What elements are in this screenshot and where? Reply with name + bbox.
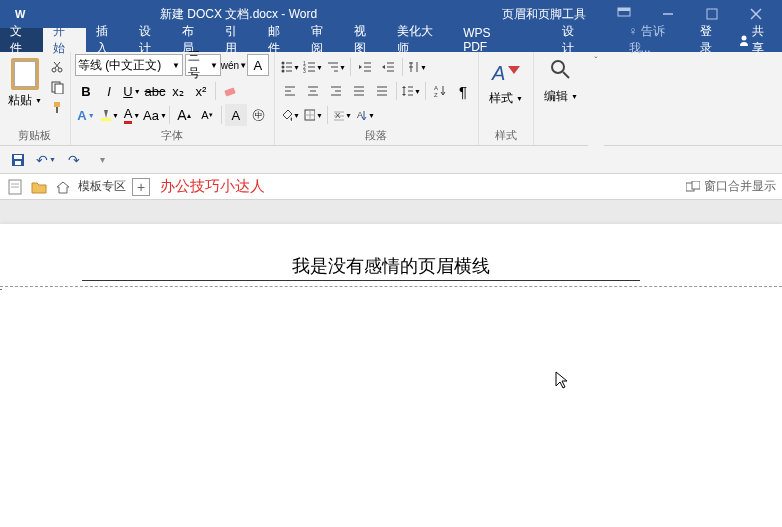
svg-rect-81	[692, 181, 700, 189]
numbering-button[interactable]: 123▼	[302, 56, 324, 78]
svg-rect-15	[54, 102, 60, 107]
enclose-char-button[interactable]: ㊥	[248, 104, 270, 126]
svg-point-19	[281, 62, 284, 65]
header-text[interactable]: 我是没有感情的页眉横线	[0, 254, 782, 278]
page[interactable]: 我是没有感情的页眉横线	[0, 224, 782, 527]
paste-button[interactable]: 粘贴▼	[4, 54, 46, 116]
doc-icon[interactable]	[6, 178, 24, 196]
decrease-indent-button[interactable]	[354, 56, 376, 78]
folder-icon[interactable]	[30, 178, 48, 196]
person-icon	[738, 34, 749, 46]
clear-formatting-button[interactable]	[219, 80, 241, 102]
tab-wps[interactable]: WPS PDF	[453, 28, 525, 52]
increase-indent-button[interactable]	[377, 56, 399, 78]
align-right-button[interactable]	[325, 80, 347, 102]
login-button[interactable]: 登录	[692, 23, 731, 57]
windows-icon	[686, 181, 700, 193]
group-clipboard: 粘贴▼ 剪贴板	[0, 52, 71, 145]
group-styles: A 样式▼ 样式	[479, 52, 534, 145]
document-area[interactable]: 我是没有感情的页眉横线	[0, 200, 782, 527]
shrink-font-button[interactable]: A▾	[196, 104, 218, 126]
tab-references[interactable]: 引用	[215, 28, 258, 52]
merge-windows-button[interactable]: 窗口合并显示	[686, 178, 776, 195]
char-spacing-button[interactable]: Aa▼	[144, 104, 166, 126]
mouse-cursor-icon	[554, 370, 570, 390]
svg-rect-75	[14, 155, 22, 159]
template-zone-button[interactable]: 模板专区	[78, 178, 126, 195]
highlight-button[interactable]: ▼	[98, 104, 120, 126]
bullets-button[interactable]: ▼	[279, 56, 301, 78]
grow-font-button[interactable]: A▴	[173, 104, 195, 126]
tab-hf-design[interactable]: 设计	[526, 28, 621, 52]
phonetic-guide-button[interactable]: wén▼	[223, 54, 245, 76]
tab-file[interactable]: 文件	[0, 28, 43, 52]
add-tab-button[interactable]: +	[132, 178, 150, 196]
svg-line-12	[54, 62, 59, 68]
tab-insert[interactable]: 插入	[86, 28, 129, 52]
justify-button[interactable]	[348, 80, 370, 102]
align-center-button[interactable]	[302, 80, 324, 102]
italic-button[interactable]: I	[98, 80, 120, 102]
distribute-button[interactable]	[371, 80, 393, 102]
header-underline	[82, 280, 640, 281]
cut-button[interactable]	[48, 58, 66, 76]
font-size-select[interactable]: 三号▼	[185, 54, 221, 76]
tab-review[interactable]: 审阅	[301, 28, 344, 52]
strikethrough-button[interactable]: abc	[144, 80, 166, 102]
group-label-font: 字体	[75, 126, 270, 145]
borders-button[interactable]: ▼	[302, 104, 324, 126]
editing-button[interactable]: 编辑▼	[538, 54, 584, 109]
text-effects-button[interactable]: A▼	[75, 104, 97, 126]
character-border-button[interactable]: A	[247, 54, 269, 76]
home-icon[interactable]	[54, 178, 72, 196]
svg-rect-76	[15, 161, 21, 165]
font-name-select[interactable]: 等线 (中文正文)▼	[75, 54, 183, 76]
redo-button[interactable]: ↷	[62, 148, 86, 172]
collapse-ribbon-button[interactable]: ˇ	[588, 52, 604, 146]
svg-point-8	[742, 36, 747, 41]
line-spacing-button[interactable]: ▼	[400, 80, 422, 102]
group-editing: 编辑▼	[534, 52, 588, 145]
svg-rect-3	[618, 8, 630, 11]
subscript-button[interactable]: x₂	[167, 80, 189, 102]
asian-layout-button[interactable]: ▼	[406, 56, 428, 78]
save-button[interactable]	[6, 148, 30, 172]
format-painter-button[interactable]	[48, 98, 66, 116]
group-font: 等线 (中文正文)▼ 三号▼ wén▼ A B I U▼ abc x₂ x² A…	[71, 52, 275, 145]
svg-line-73	[563, 72, 569, 78]
svg-rect-16	[56, 107, 58, 113]
align-left-button[interactable]	[279, 80, 301, 102]
show-marks-button[interactable]: ¶	[452, 80, 474, 102]
superscript-button[interactable]: x²	[190, 80, 212, 102]
bold-button[interactable]: B	[75, 80, 97, 102]
styles-button[interactable]: A 样式▼	[483, 54, 529, 111]
svg-rect-5	[707, 9, 717, 19]
char-shading-button[interactable]: A	[225, 104, 247, 126]
share-button[interactable]: 共享	[730, 23, 782, 57]
text-direction-button[interactable]: A▼	[354, 104, 376, 126]
multilevel-list-button[interactable]: ▼	[325, 56, 347, 78]
undo-button[interactable]: ↶▼	[34, 148, 58, 172]
group-label-styles: 样式	[483, 126, 529, 145]
svg-text:A: A	[357, 110, 363, 120]
qat-customize-button[interactable]: ▾	[90, 148, 114, 172]
svg-point-21	[281, 66, 284, 69]
copy-button[interactable]	[48, 78, 66, 96]
scissors-icon	[50, 60, 64, 74]
font-color-button[interactable]: A▼	[121, 104, 143, 126]
group-paragraph: ▼ 123▼ ▼ ▼ ▼ AZ ¶ ▼ ▼ X▼ A▼	[275, 52, 479, 145]
brush-icon	[50, 100, 64, 114]
copy-icon	[50, 80, 64, 94]
tab-design[interactable]: 设计	[129, 28, 172, 52]
save-icon	[10, 152, 26, 168]
tab-beautify[interactable]: 美化大师	[387, 28, 453, 52]
underline-button[interactable]: U▼	[121, 80, 143, 102]
tab-mail[interactable]: 邮件	[258, 28, 301, 52]
snap-to-grid-button[interactable]: X▼	[331, 104, 353, 126]
tell-me[interactable]: ♀ 告诉我...	[621, 23, 692, 57]
svg-point-9	[52, 68, 56, 72]
tab-home[interactable]: 开始	[43, 28, 86, 52]
shading-button[interactable]: ▼	[279, 104, 301, 126]
tab-view[interactable]: 视图	[344, 28, 387, 52]
sort-button[interactable]: AZ	[429, 80, 451, 102]
